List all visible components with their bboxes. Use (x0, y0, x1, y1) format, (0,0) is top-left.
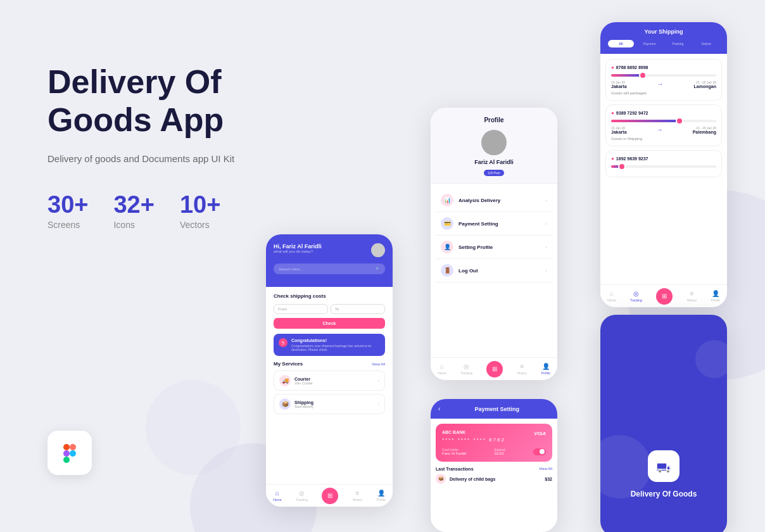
setting-profile-icon: 👤 (441, 241, 453, 253)
nav-history[interactable]: ≡ History (687, 290, 697, 302)
nav-scan[interactable]: ⊞ (322, 488, 338, 504)
p1-from-input[interactable]: From (274, 304, 328, 314)
p1-service-shipping[interactable]: 📦 Shipping Save delivery › (274, 394, 385, 414)
p1-view-all[interactable]: View All (372, 362, 385, 366)
p1-to-input[interactable]: To (331, 304, 385, 314)
phone-profile: Profile Fariz Al Faridli 100 Poin 📊 Anal… (431, 108, 557, 380)
p2-header: Profile Fariz Al Faridli 100 Poin (431, 108, 557, 184)
p3-tabs: All Payment Packing Deliver (608, 40, 719, 48)
p2-title: Profile (438, 117, 550, 124)
p1-search[interactable]: Search Here... 🔍 (274, 263, 385, 274)
chevron-right-icon: › (377, 402, 379, 407)
nav-home[interactable]: ⌂ Home (607, 290, 616, 302)
p2-name: Fariz Al Faridli (438, 159, 550, 165)
stat-icons: 32+ Icons (113, 191, 154, 230)
profile-icon: 👤 (542, 363, 550, 370)
nav-profile[interactable]: 👤 Profile (541, 363, 550, 375)
p4-toggle[interactable] (533, 448, 546, 455)
tab-deliver[interactable]: Deliver (693, 40, 719, 48)
figma-logo (47, 431, 92, 475)
p4-view-all[interactable]: View All (539, 467, 552, 471)
nav-tracking[interactable]: ◎ Tracking (630, 290, 642, 302)
home-icon: ⌂ (610, 290, 614, 297)
nav-history[interactable]: ≡ History (517, 363, 528, 375)
p2-menu-payment[interactable]: 💳 Payment Setting › (436, 212, 552, 236)
nav-tracking[interactable]: ◎ Tracking (296, 490, 308, 502)
p5-title: Delivery Of Goods (631, 490, 697, 498)
tracking-icon: ◎ (299, 490, 305, 497)
tab-packing[interactable]: Packing (665, 40, 691, 48)
history-icon: ≡ (356, 490, 360, 497)
p4-transactions: Last Transactions View All 📦 Delivery of… (431, 467, 557, 484)
tracking-card-1: ●8768 8892 8998 10 Jan 20 Jakarta → 15 -… (605, 59, 722, 101)
p1-header: Hi, Fariz Al Faridli what will you do to… (266, 234, 393, 287)
phone-dark: Delivery Of Goods (600, 315, 727, 532)
p1-services-title: My Services (274, 361, 303, 367)
p2-points: 100 Poin (484, 170, 504, 176)
p3-bottom-nav: ⌂ Home ◎ Tracking ⊞ ≡ History 👤 Profile (600, 284, 727, 307)
svg-point-7 (488, 134, 500, 145)
chevron-right-icon: › (545, 221, 547, 227)
p1-bottom-nav: ⌂ Home ◎ Tracking ⊞ ≡ History 👤 Profile (266, 484, 393, 507)
p3-body: ●8768 8892 8998 10 Jan 20 Jakarta → 15 -… (600, 54, 727, 186)
arrow-icon: → (657, 126, 663, 134)
chevron-right-icon: › (545, 244, 547, 250)
p1-body: Check shipping costs From To Check 5 Con… (266, 287, 393, 424)
p2-menu-logout[interactable]: 🚪 Log Out › (436, 259, 552, 282)
phone-payment: ‹ Payment Setting ABC BANK VISA **** ***… (431, 399, 557, 532)
chevron-right-icon: › (377, 378, 379, 384)
back-icon[interactable]: ‹ (438, 405, 440, 412)
history-icon: ≡ (690, 290, 694, 297)
scan-icon: ⊞ (486, 361, 503, 377)
tracking-card-3: ●1892 9839 9237 (605, 150, 722, 177)
p2-bottom-nav: ⌂ Home ◎ Tracking ⊞ ≡ History 👤 Profile (431, 357, 557, 380)
tab-payment[interactable]: Payment (636, 40, 662, 48)
p1-avatar (371, 243, 385, 257)
history-icon: ≡ (521, 363, 524, 370)
svg-rect-1 (70, 444, 76, 450)
app-subtitle: Delivery of goods and Documents app UI K… (47, 152, 313, 167)
nav-scan[interactable]: ⊞ (486, 361, 503, 377)
p1-check-title: Check shipping costs (274, 293, 385, 299)
svg-rect-0 (63, 444, 70, 450)
p1-congrats-banner: 5 Congratulations! Congratulations your … (274, 334, 385, 356)
search-icon: 🔍 (376, 267, 380, 271)
profile-icon: 👤 (712, 290, 719, 297)
app-title: Delivery Of Goods App (47, 63, 313, 139)
p4-header: ‹ Payment Setting (431, 399, 557, 419)
transaction-icon: 📦 (436, 474, 446, 484)
svg-point-5 (375, 245, 381, 251)
p2-menu-analysis[interactable]: 📊 Analysis Delivery › (436, 189, 552, 212)
nav-scan[interactable]: ⊞ (656, 288, 673, 305)
svg-point-8 (485, 148, 503, 155)
tracking-card-2: ●9389 7292 9472 10 Jan 20 Jakarta → 13 -… (605, 104, 722, 146)
p1-search-placeholder: Search Here... (279, 267, 303, 271)
stat-vectors: 10+ Vectors (180, 191, 220, 230)
home-icon: ⌂ (275, 490, 279, 497)
chevron-right-icon: › (545, 198, 547, 203)
tab-all[interactable]: All (608, 40, 634, 48)
delivery-icon (648, 450, 680, 482)
payment-icon: 💳 (441, 217, 453, 230)
analysis-icon: 📊 (441, 194, 453, 206)
svg-rect-2 (63, 450, 70, 457)
nav-profile[interactable]: 👤 Profile (377, 490, 386, 502)
scan-icon: ⊞ (322, 488, 338, 504)
nav-profile[interactable]: 👤 Profile (711, 290, 720, 302)
phone-home: Hi, Fariz Al Faridli what will you do to… (266, 234, 393, 507)
p2-avatar (481, 130, 507, 155)
profile-icon: 👤 (377, 490, 385, 497)
scan-icon: ⊞ (656, 288, 673, 305)
arrow-icon: → (657, 80, 664, 89)
nav-tracking[interactable]: ◎ Tracking (460, 363, 472, 375)
chevron-right-icon: › (545, 268, 547, 274)
p2-menu-setting-profile[interactable]: 👤 Setting Profile › (436, 236, 552, 259)
p1-service-courier[interactable]: 🚚 Courier 10k+ Courier › (274, 370, 385, 391)
p2-menu: 📊 Analysis Delivery › 💳 Payment Setting … (431, 184, 557, 288)
nav-home[interactable]: ⌂ Home (273, 490, 281, 502)
nav-history[interactable]: ≡ History (353, 490, 363, 502)
nav-home[interactable]: ⌂ Home (438, 363, 446, 375)
p4-credit-card: ABC BANK VISA **** **** **** 8782 Card h… (436, 424, 552, 462)
p1-check-button[interactable]: Check (274, 318, 385, 329)
p1-greeting: Hi, Fariz Al Faridli (274, 243, 322, 250)
